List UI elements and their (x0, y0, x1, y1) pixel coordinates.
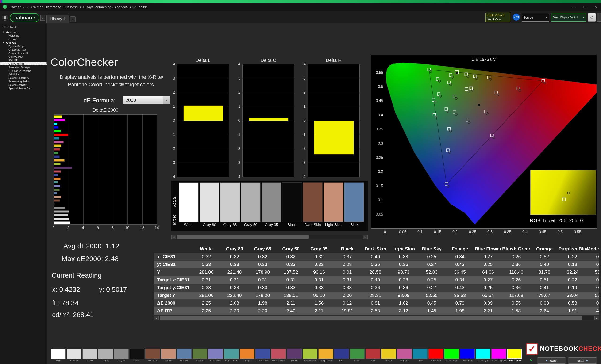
de-formula-value: 2000 (123, 97, 163, 103)
chevron-down-icon: ▾ (3, 41, 6, 44)
scroll-right-icon[interactable]: ▸ (594, 316, 599, 320)
strip-patch-100-red[interactable] (429, 348, 443, 359)
patch-scrollbar-thumb[interactable] (177, 235, 309, 239)
brand-stripe (0, 0, 601, 3)
strip-patch-gray-65[interactable] (82, 348, 97, 359)
column-header-orange: Orange (530, 245, 559, 253)
patch-label-white: White (179, 223, 199, 227)
patch-label-gray-50: Gray 50 (241, 223, 260, 227)
gridline (308, 78, 360, 79)
table-cell: 4.28 (587, 307, 599, 315)
strip-patch-blue-flower[interactable] (208, 348, 223, 359)
tick-label: -3 (232, 160, 240, 165)
table-cell: 0.19 (559, 284, 587, 292)
bar-gray-80 (54, 218, 69, 220)
meter-selector[interactable]: X-Rite i1Pro 2 Direct View (485, 13, 510, 22)
column-header-blue-flower: Blue Flower (474, 245, 502, 253)
strip-patch-purplish-blue[interactable] (255, 348, 270, 359)
table-cell: 0.32 (220, 253, 249, 260)
sidebar-item-color-gamut[interactable]: Color Gamut (0, 55, 47, 58)
table-cell: 221.48 (220, 268, 249, 276)
sidebar-section-welcome[interactable]: ▾Welcome (0, 30, 47, 34)
sidebar-item-dynam-range[interactable]: Dynam Range (0, 44, 47, 48)
strip-patch-gray-35[interactable] (114, 348, 129, 359)
strip-patch-foliage[interactable] (192, 348, 207, 359)
patch-scrollbar[interactable]: ◂ ▸ (171, 235, 368, 239)
strip-patch-blue-sky[interactable] (177, 348, 191, 359)
strip-patch-100-cyan[interactable] (476, 348, 491, 359)
add-tab-button[interactable]: + (70, 16, 76, 22)
source-dropdown[interactable]: Source ▾ (522, 13, 549, 22)
strip-patch-cyan[interactable] (413, 348, 428, 359)
sidebar-section-analysis[interactable]: ▾Analysis (0, 41, 47, 44)
strip-patch-100-magenta[interactable] (491, 348, 506, 359)
sidebar-item-luminance-sweeps[interactable]: Luminance Sweeps (0, 69, 47, 72)
sidebar-item-saturation-sweeps[interactable]: Saturation Sweeps (0, 66, 47, 69)
table-cell: 0.38 (390, 253, 418, 260)
settings-secondary-button[interactable] (597, 13, 601, 22)
strip-patch-purple[interactable] (287, 348, 302, 359)
table-scrollbar-thumb[interactable] (160, 316, 582, 320)
sidebar-item-3d-lut[interactable]: 3D LUT (0, 58, 47, 62)
patch-label-row: WhiteGray 80Gray 65Gray 50Gray 35BlackDa… (179, 223, 368, 228)
strip-patch-orange[interactable] (240, 348, 254, 359)
strip-patch-orange-yellow[interactable] (318, 348, 333, 359)
strip-patch-blue[interactable] (334, 348, 349, 359)
strip-patch-red[interactable] (366, 348, 380, 359)
scroll-left-icon[interactable]: ◂ (154, 316, 159, 320)
scroll-right-icon[interactable]: ▸ (363, 235, 367, 239)
table-cell: 0.34 (446, 253, 474, 260)
minimize-button[interactable]: — (569, 3, 579, 11)
strip-patch-dark-skin[interactable] (145, 348, 160, 359)
strip-patch-100-blue[interactable] (460, 348, 475, 359)
strip-patch-black[interactable] (130, 348, 144, 359)
table-cell: 0.25 (474, 260, 502, 268)
scroll-left-icon[interactable]: ◂ (172, 235, 176, 239)
calman-logo[interactable]: calman ▾ (10, 13, 40, 22)
back-button[interactable]: ◄ Back (537, 357, 566, 364)
tick-label: 4 (78, 226, 88, 230)
sidebar-item-grayscale-multi[interactable]: Grayscale - Multi (0, 51, 47, 55)
strip-patch-gray-80[interactable] (67, 348, 81, 359)
sidebar-item-additivity[interactable]: Additivity (0, 72, 47, 76)
strip-patch-light-skin[interactable] (161, 348, 176, 359)
strip-patch-white[interactable] (51, 348, 66, 359)
tab-history-1[interactable]: History 1 (47, 15, 69, 23)
sidebar-collapse-button[interactable]: ◂ (40, 15, 45, 21)
strip-patch-gray-50[interactable] (98, 348, 113, 359)
delta-bar (249, 118, 289, 121)
sidebar-item-welcome[interactable]: Welcome (0, 34, 47, 37)
table-cell: 65.54 (474, 292, 502, 299)
next-button[interactable]: Next ► (568, 357, 597, 364)
meter-mode: Direct View (487, 17, 509, 21)
bar-100-magenta (54, 119, 65, 121)
bar-blue-flower (54, 185, 60, 187)
sidebar-item-colorchecker[interactable]: ColorChecker (0, 62, 47, 66)
table-cell: 0.27 (418, 284, 446, 292)
tick-label: 3 (167, 76, 175, 81)
gridline (242, 149, 294, 149)
strip-patch-green[interactable] (350, 348, 365, 359)
strip-patch-moderate-red[interactable] (271, 348, 286, 359)
menu-icon[interactable]: ☰ (2, 15, 8, 21)
strip-patch-magenta[interactable] (397, 348, 412, 359)
maximize-button[interactable]: ▢ (579, 3, 590, 11)
strip-patch-100-green[interactable] (444, 348, 459, 359)
strip-patch-yellow-green[interactable] (303, 348, 317, 359)
close-button[interactable]: ✕ (590, 3, 601, 11)
sidebar-item-grayscale-2pt[interactable]: Grayscale - 2pt (0, 48, 47, 51)
de-formula-dropdown[interactable]: 2000 ▾ (123, 96, 170, 104)
table-scrollbar[interactable]: ◂ ▸ (154, 316, 599, 320)
sidebar-item-spectral-power-dist[interactable]: Spectral Power Dist. (0, 86, 47, 90)
sidebar-item-screen-uniformity[interactable]: Screen Uniformity (0, 76, 47, 79)
tick-label: 0.45 (372, 99, 383, 103)
sidebar-item-screen-stability[interactable]: Screen Stability (0, 83, 47, 86)
sidebar-item-options[interactable]: Options (0, 37, 47, 41)
sidebar-item-screen-angularity[interactable]: Screen Angularity (0, 79, 47, 83)
gear-icon[interactable]: ⚙ (588, 13, 596, 22)
strip-patch-yellow[interactable] (381, 348, 396, 359)
strip-patch-bluish-green[interactable] (224, 348, 239, 359)
description-line-1: Display analysis is performed with the X… (48, 74, 175, 80)
strip-patch-100-yellow[interactable] (507, 348, 522, 359)
display-control-dropdown[interactable]: Direct Display Control ▾ (551, 13, 586, 22)
